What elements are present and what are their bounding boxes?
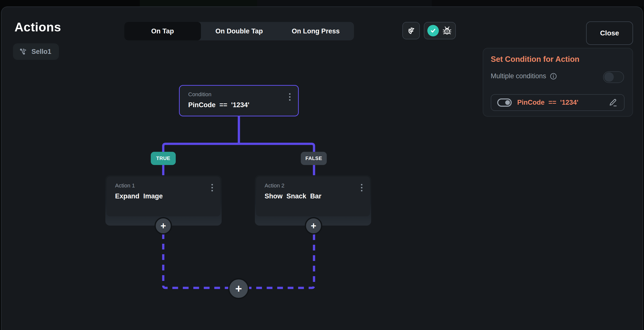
- action-1-menu-button[interactable]: [210, 183, 214, 192]
- action-2-title: Show Snack Bar: [264, 192, 322, 200]
- true-branch-badge: TRUE: [151, 152, 176, 165]
- info-icon[interactable]: [550, 73, 557, 80]
- condition-menu-button[interactable]: [288, 92, 292, 102]
- actions-editor-modal: Actions Sello1 On Tap On Double Tap On L…: [1, 6, 643, 330]
- false-badge-label: FALSE: [306, 156, 322, 161]
- action-2-menu-button[interactable]: [360, 183, 364, 192]
- add-action-merge-button[interactable]: +: [228, 278, 249, 299]
- backdrop: [257, 0, 432, 6]
- condition-chip[interactable]: PinCode == '1234': [491, 94, 624, 111]
- false-branch-badge: FALSE: [301, 152, 327, 165]
- multiple-conditions-label: Multiple conditions: [491, 72, 546, 80]
- true-badge-label: TRUE: [156, 156, 170, 161]
- set-condition-panel: Set Condition for Action Multiple condit…: [483, 48, 633, 117]
- multiple-conditions-toggle[interactable]: [603, 71, 624, 83]
- add-action-after-action-2-button[interactable]: +: [305, 217, 322, 235]
- condition-node-value: PinCode == '1234': [188, 101, 249, 109]
- panel-title: Set Condition for Action: [491, 55, 579, 64]
- condition-node[interactable]: Condition PinCode == '1234': [179, 85, 299, 116]
- condition-node-label: Condition: [188, 91, 212, 98]
- action-1-label: Action 1: [115, 182, 135, 189]
- action-1-card[interactable]: Action 1 Expand Image: [106, 176, 220, 216]
- add-action-after-action-1-button[interactable]: +: [154, 217, 172, 235]
- condition-chip-text: PinCode == '1234': [517, 99, 578, 106]
- backdrop: [432, 0, 644, 6]
- backdrop: [140, 0, 257, 6]
- action-1-title: Expand Image: [115, 192, 163, 200]
- action-2-label: Action 2: [264, 182, 284, 189]
- toggle-knob: [604, 72, 614, 82]
- condition-enabled-toggle-icon: [497, 98, 512, 107]
- edit-condition-button[interactable]: [608, 98, 618, 108]
- action-2-card[interactable]: Action 2 Show Snack Bar: [256, 176, 370, 216]
